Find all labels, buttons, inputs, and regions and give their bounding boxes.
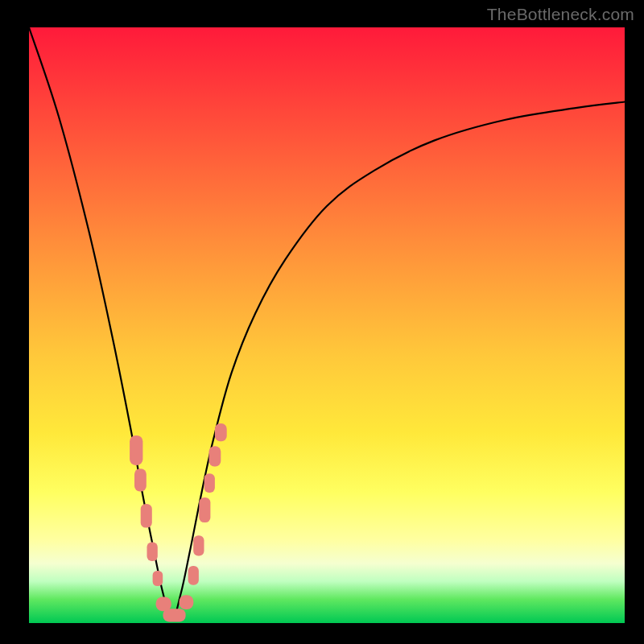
curve-marker <box>215 423 227 441</box>
curve-marker <box>134 469 147 491</box>
chart-svg <box>0 0 644 644</box>
curve-marker <box>199 497 210 522</box>
curve-marker <box>209 446 221 466</box>
curve-marker <box>163 609 186 621</box>
outer-frame: TheBottleneck.com <box>0 0 644 644</box>
marker-group <box>130 423 227 621</box>
curve-marker <box>204 473 215 493</box>
curve-marker <box>180 595 194 609</box>
curve-marker <box>130 436 142 465</box>
curve-marker <box>141 504 152 528</box>
bottleneck-curve <box>29 27 625 620</box>
curve-marker <box>188 566 199 585</box>
curve-marker <box>147 542 158 561</box>
curve-marker <box>153 571 163 586</box>
curve-marker <box>193 535 204 555</box>
